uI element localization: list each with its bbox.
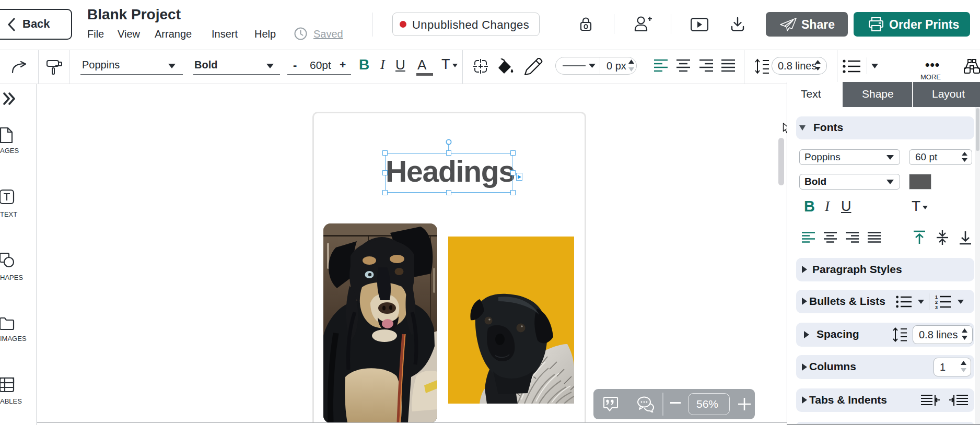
svg-text:1: 1 <box>935 294 938 300</box>
svg-text:2: 2 <box>935 300 938 305</box>
svg-text:3: 3 <box>935 305 938 309</box>
